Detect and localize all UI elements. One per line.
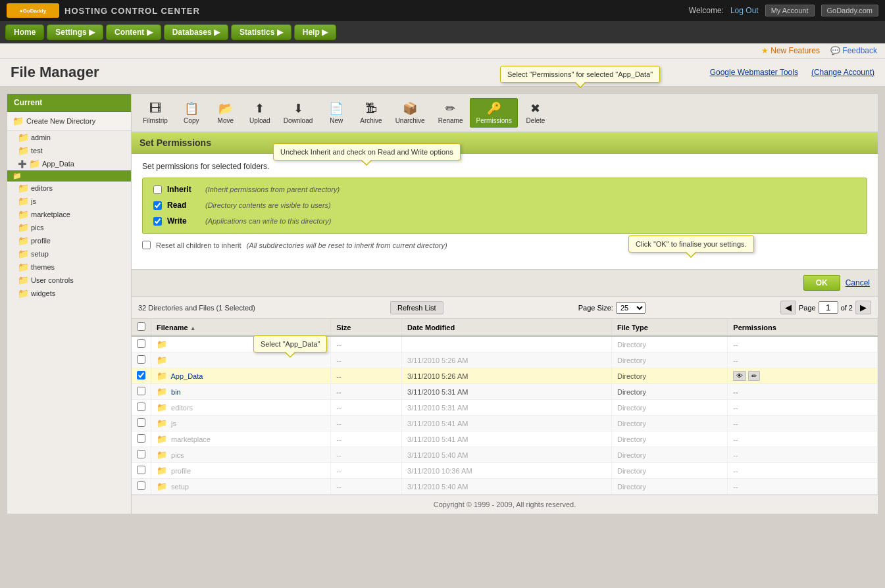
toolbar-filmstrip[interactable]: 🎞 Filmstrip xyxy=(137,99,174,128)
toolbar-unarchive[interactable]: 📦 Unarchive xyxy=(390,98,431,128)
row-checkbox[interactable] xyxy=(137,466,145,474)
row-checkbox[interactable] xyxy=(137,450,145,458)
page-size-select[interactable]: 25 50 100 xyxy=(616,302,645,314)
toolbar-new[interactable]: 📄 New xyxy=(320,98,353,128)
toolbar-copy[interactable]: 📋 Copy xyxy=(175,98,208,128)
row-size: -- xyxy=(331,336,402,353)
edit-perm-button[interactable]: ✏ xyxy=(748,371,760,381)
row-checkbox[interactable] xyxy=(137,418,145,427)
nav-statistics[interactable]: Statistics ▶ xyxy=(231,24,291,40)
col-check[interactable] xyxy=(132,319,151,336)
folder-icon: 📁 xyxy=(157,434,167,444)
toolbar-archive[interactable]: 🗜 Archive xyxy=(354,99,388,128)
row-checkbox[interactable] xyxy=(137,434,145,443)
page-number-input[interactable] xyxy=(819,301,838,314)
google-webmaster-link[interactable]: Google Webmaster Tools xyxy=(710,68,798,77)
logout-link[interactable]: Log Out xyxy=(730,6,759,15)
nav-databases[interactable]: Databases ▶ xyxy=(164,24,228,40)
sidebar-item-marketplace[interactable]: 📁 marketplace xyxy=(7,208,131,221)
nav-home[interactable]: Home xyxy=(5,24,44,40)
sidebar-item-test[interactable]: 📁 test xyxy=(7,144,131,157)
prev-page-button[interactable]: ◀ xyxy=(780,301,796,314)
row-checkbox[interactable] xyxy=(137,355,145,364)
row-filename[interactable]: 📁 pics xyxy=(151,447,331,463)
row-perms: 👁 ✏ xyxy=(728,368,878,384)
row-filename[interactable]: 📁 xyxy=(151,353,331,368)
toolbar-move[interactable]: 📂 Move xyxy=(209,98,242,128)
sidebar-item-selected[interactable]: 📁 xyxy=(7,170,131,182)
ok-button[interactable]: OK xyxy=(803,275,840,291)
refresh-list-button[interactable]: Refresh List xyxy=(390,301,443,314)
page-title: File Manager xyxy=(11,64,99,81)
row-filename[interactable]: 📁 js xyxy=(151,416,331,431)
select-all-checkbox[interactable] xyxy=(137,322,145,331)
nav-help[interactable]: Help ▶ xyxy=(294,24,336,40)
row-checkbox[interactable] xyxy=(137,371,145,380)
sidebar-item-setup[interactable]: 📁 setup xyxy=(7,247,131,260)
row-size: -- xyxy=(331,447,402,463)
row-filename[interactable]: 📁 marketplace xyxy=(151,431,331,447)
read-checkbox[interactable] xyxy=(153,201,162,210)
cancel-button[interactable]: Cancel xyxy=(846,275,870,291)
row-perms: -- xyxy=(728,447,878,463)
toolbar-download[interactable]: ⬇ Download xyxy=(278,98,318,128)
sidebar-item-pics[interactable]: 📁 pics xyxy=(7,221,131,234)
nav-settings[interactable]: Settings ▶ xyxy=(47,24,103,40)
toolbar-upload[interactable]: ⬆ Upload xyxy=(243,98,276,128)
page-size-control: Page Size: 25 50 100 xyxy=(578,302,645,314)
next-page-button[interactable]: ▶ xyxy=(855,301,871,314)
new-features-link[interactable]: ★ New Features xyxy=(761,46,820,55)
sidebar-item-themes[interactable]: 📁 themes xyxy=(7,260,131,274)
folder-icon: 📁 xyxy=(157,466,167,476)
col-type[interactable]: File Type xyxy=(611,319,727,336)
create-directory-button[interactable]: 📁 Create New Directory xyxy=(7,112,131,131)
my-account-button[interactable]: My Account xyxy=(765,5,815,16)
folder-icon: 📁 xyxy=(157,371,167,381)
row-checkbox[interactable] xyxy=(137,339,145,348)
col-perms[interactable]: Permissions xyxy=(728,319,878,336)
reset-children-checkbox[interactable] xyxy=(142,241,151,249)
folder-icon: 📁 xyxy=(18,132,29,143)
toolbar-rename[interactable]: ✏ Rename xyxy=(432,98,469,128)
perm-inherit-row: Inherit (Inherit permissions from parent… xyxy=(147,182,863,197)
appdata-link[interactable]: App_Data xyxy=(170,372,203,380)
col-size[interactable]: Size xyxy=(331,319,402,336)
sidebar-item-profile[interactable]: 📁 profile xyxy=(7,234,131,247)
row-checkbox[interactable] xyxy=(137,387,145,395)
row-checkbox[interactable] xyxy=(137,481,145,490)
delete-icon: ✖ xyxy=(530,101,540,116)
toolbar-permissions[interactable]: 🔑 Permissions xyxy=(470,98,517,128)
row-filename[interactable]: 📁 bin xyxy=(151,384,331,400)
change-account-link[interactable]: (Change Account) xyxy=(811,68,874,77)
nav-content[interactable]: Content ▶ xyxy=(106,24,161,40)
sidebar-item-editors[interactable]: 📁 editors xyxy=(7,182,131,195)
logo: ●GoDaddy HOSTING CONTROL CENTER xyxy=(7,3,200,18)
sidebar-item-appdata[interactable]: ➕ 📁 App_Data xyxy=(7,157,131,170)
toolbar-delete[interactable]: ✖ Delete xyxy=(519,98,552,128)
row-filename-appdata[interactable]: 📁 App_Data xyxy=(151,368,331,384)
sidebar-item-widgets[interactable]: 📁 widgets xyxy=(7,287,131,300)
col-filename[interactable]: Filename ▲ xyxy=(151,319,331,336)
row-filename[interactable]: 📁 editors xyxy=(151,400,331,416)
bin-link[interactable]: bin xyxy=(171,388,181,396)
inherit-checkbox[interactable] xyxy=(153,185,162,194)
folder-icon: 📁 xyxy=(18,288,29,299)
folder-icon: 📁 xyxy=(18,209,29,220)
godaddy-button[interactable]: GoDaddy.com xyxy=(821,5,879,16)
perm-write-row: Write (Applications can write to this di… xyxy=(147,214,863,228)
logo-text: ●GoDaddy xyxy=(20,8,46,14)
folder-icon: 📁 xyxy=(18,183,29,193)
row-date: 3/11/2010 5:26 AM xyxy=(402,368,612,384)
sidebar-item-user-controls[interactable]: 📁 User controls xyxy=(7,274,131,287)
row-filename[interactable]: 📁 profile xyxy=(151,463,331,479)
view-perm-button[interactable]: 👁 xyxy=(733,371,746,381)
col-date[interactable]: Date Modified xyxy=(402,319,612,336)
row-perms: -- xyxy=(728,336,878,353)
row-checkbox[interactable] xyxy=(137,403,145,411)
row-filename[interactable]: 📁 setup xyxy=(151,479,331,495)
sidebar-item-js[interactable]: 📁 js xyxy=(7,195,131,208)
file-count: 32 Directories and Files (1 Selected) xyxy=(138,304,255,312)
feedback-link[interactable]: 💬 Feedback xyxy=(830,46,877,55)
sidebar-item-admin[interactable]: 📁 admin xyxy=(7,131,131,144)
write-checkbox[interactable] xyxy=(153,217,162,226)
